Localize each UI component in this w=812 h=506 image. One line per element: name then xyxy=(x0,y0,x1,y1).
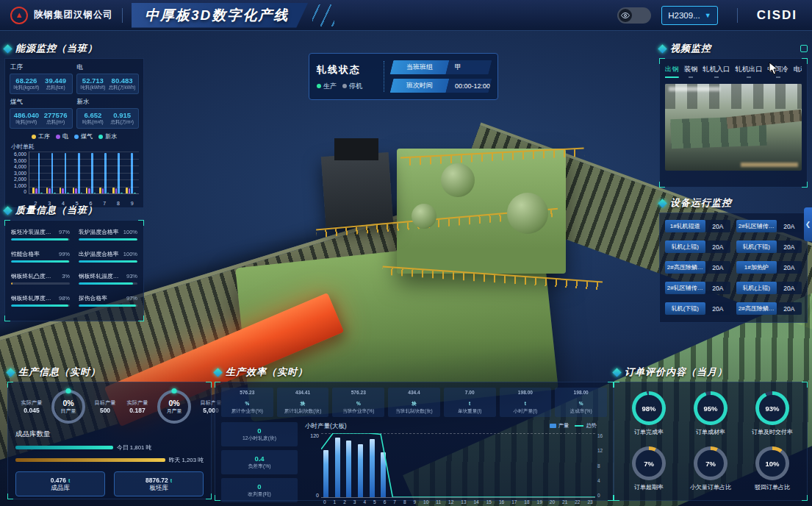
stat-unit: t xyxy=(469,401,470,406)
inventory-bar-label: 今日 1,801 吨 xyxy=(117,443,151,452)
expand-icon[interactable] xyxy=(800,45,808,52)
quality-item-label: 钢板终轧凸度命中率 xyxy=(11,272,57,280)
hourly-x-axis: 01234567891011121314151617181920212223 xyxy=(321,499,595,505)
target-label: 目标产量 xyxy=(89,399,121,407)
device-name-button[interactable]: 轧机(上辊) xyxy=(665,240,705,253)
energy-section: 工序 68.226吨耗(kgce/t) 39.449总耗(tce) xyxy=(10,63,73,94)
efficiency-stat: 198.00 % 达成率(%) xyxy=(555,388,607,417)
camera-tab[interactable]: 轧机入口 xyxy=(703,65,730,78)
video-camera-label-overlay xyxy=(741,163,798,167)
device-name-button[interactable]: 2#轧区辅传… xyxy=(736,220,777,232)
status-row-label: 当班班组 xyxy=(406,63,433,72)
production-panel-title: 生产信息（实时） xyxy=(18,366,101,379)
device-current-value: 20A xyxy=(705,240,730,253)
company-name: 陕钢集团汉钢公司 xyxy=(34,9,113,21)
progress-track xyxy=(11,238,70,240)
device-name-button[interactable]: 轧机(下辊) xyxy=(665,302,705,315)
inventory-title: 成品库数量 xyxy=(15,430,204,439)
device-current-value: 20A xyxy=(777,220,802,232)
video-feed[interactable] xyxy=(665,84,802,171)
legend-line-swatch xyxy=(575,425,583,427)
device-name-button[interactable]: 轧机(上辊) xyxy=(736,282,777,294)
gauge-percent: 95% xyxy=(703,405,717,413)
quality-item-value: 93% xyxy=(126,273,137,279)
efficiency-side-stats: 0 12小时轧废(块) 0.4 负差率(%) 0 改判量(吨) xyxy=(221,422,298,505)
camera-tab[interactable]: 装钢 xyxy=(684,65,698,78)
diamond-icon xyxy=(612,368,622,377)
device-row-partial xyxy=(665,322,802,323)
legend-label: 电 xyxy=(62,132,68,140)
gauge-ring: 7% xyxy=(632,446,666,480)
progress-track xyxy=(79,304,137,307)
devices-panel: 设备运行监控 1#轧机辊道 20A 2#轧区辅传… 20A 轧机(上辊) 20A… xyxy=(659,196,808,323)
quality-item: 钢板终轧温度命中率 93% xyxy=(79,272,137,285)
energy-value: 52.713 xyxy=(79,76,108,85)
camera-tab[interactable]: 电动热… xyxy=(793,65,802,78)
stat-unit: % xyxy=(579,401,583,406)
quality-item-value: 97% xyxy=(126,295,137,302)
stat-value: 198.00 xyxy=(556,390,606,395)
quality-item-value: 97% xyxy=(59,229,70,235)
quality-item-value: 98% xyxy=(59,295,70,302)
device-cell: 2#轧区辅传… 20A xyxy=(736,220,802,232)
stat-label: 累计轧制块数(块) xyxy=(278,408,328,415)
side-stat-value: 0.4 xyxy=(254,455,264,463)
status-row-value: 00:00-12:00 xyxy=(455,82,490,90)
device-name-button[interactable]: 2#高压除鳞… xyxy=(736,302,777,315)
energy-sections: 工序 68.226吨耗(kgce/t) 39.449总耗(tce) 电 52.7… xyxy=(10,63,139,129)
status-row-label: 班次时间 xyxy=(406,81,433,90)
header: ▲ 陕钢集团汉钢公司 中厚板3D数字化产线 H2309... ▼ CISDI xyxy=(0,0,812,31)
device-name-button[interactable]: 1#轧机辊道 xyxy=(665,220,705,232)
device-cell: 轧机(下辊) 20A xyxy=(665,302,730,315)
stat-label: 小时产量(t) xyxy=(500,408,551,415)
diamond-icon xyxy=(213,368,223,377)
stat-unit: t xyxy=(525,401,526,406)
dashboard-root: ▲ 陕钢集团汉钢公司 中厚板3D数字化产线 H2309... ▼ CISDI 能… xyxy=(0,0,812,506)
stat-value: 576.23 xyxy=(222,390,273,395)
legend-item: 新水 xyxy=(98,132,117,140)
device-cell: 轧机(下辊) 20A xyxy=(736,240,802,253)
quality-item-label: 探伤合格率 xyxy=(79,294,107,302)
energy-value: 6.652 xyxy=(79,111,108,119)
device-cell: 2#高压除鳞… 20A xyxy=(736,302,802,315)
stat-label: 累计作业率(%) xyxy=(222,408,273,415)
device-name-button[interactable]: 轧机(下辊) xyxy=(736,240,777,253)
divider xyxy=(384,61,384,92)
legend-dot xyxy=(74,135,79,139)
device-name-button[interactable]: 2#轧区辅传… xyxy=(665,282,705,294)
progress-track xyxy=(79,282,137,285)
video-panel: 视频监控 出钢装钢轧机入口轧机出口中间冷电动热… xyxy=(659,41,808,188)
energy-section: 新水 6.652吨耗(m³/t) 0.915总耗(万m³) xyxy=(76,97,140,129)
device-cell: 轧机(上辊) 20A xyxy=(736,282,802,294)
quality-item-value: 99% xyxy=(59,251,70,257)
device-name-button[interactable]: 1#加热炉 xyxy=(736,261,777,274)
energy-section-name: 煤气 xyxy=(10,98,73,107)
energy-chart-title: 小时单耗 xyxy=(11,143,139,151)
gauge-label: 订单成材率 xyxy=(696,428,725,436)
output-gauge: 实际产量0.045 0% 日产量 目标产量500 xyxy=(15,390,121,424)
quality-panel: 质量信息（当班） 板坯冷装温度命中率 97% 装炉温度合格率 xyxy=(4,203,144,321)
energy-value: 0.915 xyxy=(107,111,137,119)
camera-tab[interactable]: 出钢 xyxy=(665,65,679,78)
energy-legend: 工序 电 煤气 新水 xyxy=(10,132,139,140)
quality-item-label: 出炉温度合格率 xyxy=(79,250,119,258)
stack-top xyxy=(334,138,378,160)
diamond-icon xyxy=(6,368,15,377)
devices-panel-title: 设备运行监控 xyxy=(670,196,732,210)
efficiency-panel-title: 生产效率（实时） xyxy=(226,366,308,379)
divider xyxy=(737,8,738,23)
energy-value: 68.226 xyxy=(12,76,41,85)
efficiency-stat: 7.00 t 单块重量(t) xyxy=(444,388,496,417)
progress-track xyxy=(79,238,137,240)
visibility-toggle[interactable] xyxy=(617,7,651,24)
progress-track xyxy=(79,260,137,263)
collapse-handle[interactable]: ❮ xyxy=(804,207,812,241)
progress-fill xyxy=(79,238,137,240)
energy-value-label: 吨耗(kWh/t) xyxy=(79,85,108,91)
camera-tab[interactable]: 轧机出口 xyxy=(735,65,762,78)
device-name-button[interactable]: 2#高压除鳞… xyxy=(665,261,705,274)
actual-label: 实际产量 xyxy=(121,399,154,407)
progress-fill xyxy=(11,282,12,285)
energy-section: 煤气 486.040吨耗(m³/t) 277576总耗(m³) xyxy=(10,97,73,129)
order-select-dropdown[interactable]: H2309... ▼ xyxy=(661,6,717,25)
